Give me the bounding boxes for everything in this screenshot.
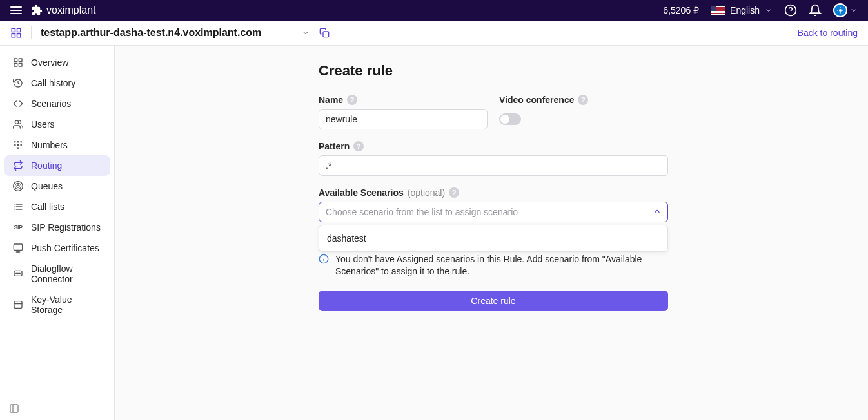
main-content: Create rule Name ? Video conference ?	[115, 46, 868, 420]
svg-point-16	[14, 144, 16, 146]
svg-rect-6	[17, 34, 21, 37]
name-input[interactable]	[319, 109, 488, 129]
history-icon	[13, 78, 23, 88]
svg-rect-10	[14, 63, 17, 66]
videoconf-label: Video conference	[499, 95, 574, 105]
sidebar-item-label: Dialogflow Connector	[31, 263, 101, 284]
sidebar-item-label: Key-Value Storage	[31, 294, 101, 315]
svg-point-20	[17, 185, 19, 187]
push-icon	[13, 243, 23, 253]
svg-point-19	[17, 147, 19, 149]
svg-rect-36	[10, 405, 18, 412]
users-icon	[13, 119, 23, 129]
sidebar-item-key-value-storage[interactable]: Key-Value Storage	[4, 289, 110, 320]
svg-point-2	[839, 9, 842, 12]
create-rule-button[interactable]: Create rule	[319, 291, 668, 311]
help-icon[interactable]	[784, 4, 797, 17]
code-icon	[13, 99, 23, 109]
chevron-down-icon	[765, 6, 773, 14]
chevron-up-icon	[653, 207, 662, 216]
copy-icon[interactable]	[319, 28, 330, 38]
scenarios-placeholder: Choose scenario from the list to assign …	[326, 207, 518, 217]
queues-icon	[13, 181, 23, 191]
sidebar-item-dialogflow-connector[interactable]: Dialogflow Connector	[4, 258, 110, 289]
help-icon[interactable]: ?	[353, 141, 364, 151]
back-to-routing-link[interactable]: Back to routing	[798, 28, 858, 38]
svg-rect-7	[323, 32, 329, 37]
videoconf-toggle[interactable]	[499, 113, 521, 125]
chevron-down-icon[interactable]	[301, 28, 310, 37]
info-icon	[319, 254, 329, 264]
notifications-icon[interactable]	[809, 4, 822, 17]
pattern-label: Pattern	[319, 141, 350, 151]
collapse-sidebar-icon[interactable]	[9, 403, 105, 414]
brand-text: voximplant	[46, 5, 95, 16]
svg-point-21	[15, 183, 21, 189]
svg-rect-29	[14, 244, 22, 250]
svg-rect-4	[17, 28, 21, 32]
flag-icon	[711, 6, 725, 15]
svg-rect-3	[12, 28, 15, 32]
svg-point-17	[17, 144, 19, 146]
scenarios-select[interactable]: Choose scenario from the list to assign …	[319, 202, 668, 222]
sidebar: OverviewCall historyScenariosUsersNumber…	[0, 46, 115, 420]
app-subbar: testapp.arthur-dasha-test.n4.voximplant.…	[0, 21, 868, 46]
sidebar-item-push-certificates[interactable]: Push Certificates	[4, 238, 110, 258]
puzzle-icon	[31, 5, 43, 16]
svg-point-14	[17, 141, 19, 143]
help-icon[interactable]: ?	[578, 95, 588, 105]
sidebar-item-queues[interactable]: Queues	[4, 176, 110, 196]
svg-point-12	[15, 120, 18, 124]
account-balance[interactable]: 6,5206 ₽	[663, 5, 699, 15]
info-text: You don't have Assigned scenarios in thi…	[335, 253, 668, 278]
sidebar-item-call-history[interactable]: Call history	[4, 73, 110, 93]
avatar-icon	[833, 3, 847, 17]
scenarios-dropdown: dashatest	[319, 225, 668, 252]
app-domain: testapp.arthur-dasha-test.n4.voximplant.…	[41, 27, 261, 39]
pattern-input[interactable]	[319, 155, 668, 176]
sidebar-item-label: SIP Registrations	[31, 222, 101, 233]
sidebar-item-routing[interactable]: Routing	[4, 155, 110, 176]
sidebar-item-label: Numbers	[31, 140, 68, 150]
svg-point-13	[14, 141, 16, 143]
topbar: voximplant 6,5206 ₽ English	[0, 0, 868, 21]
svg-rect-5	[12, 34, 15, 37]
svg-rect-11	[19, 63, 22, 66]
help-icon[interactable]: ?	[347, 95, 357, 105]
dropdown-option[interactable]: dashatest	[319, 225, 667, 251]
sidebar-item-label: Call history	[31, 78, 75, 88]
svg-point-15	[20, 141, 22, 143]
sidebar-item-label: Queues	[31, 181, 63, 191]
menu-icon[interactable]	[10, 6, 22, 14]
sidebar-item-label: Routing	[31, 160, 62, 171]
page-title: Create rule	[319, 62, 668, 79]
sidebar-item-label: Overview	[31, 57, 68, 68]
language-selector[interactable]: English	[711, 5, 773, 15]
brand-logo[interactable]: voximplant	[31, 5, 95, 16]
sidebar-item-label: Push Certificates	[31, 243, 99, 253]
kv-icon	[13, 300, 23, 310]
svg-rect-34	[14, 301, 22, 309]
sidebar-item-sip-registrations[interactable]: SIPSIP Registrations	[4, 217, 110, 238]
user-menu[interactable]	[833, 3, 858, 17]
scenarios-optional: (optional)	[408, 187, 445, 198]
name-label: Name	[319, 95, 343, 105]
sidebar-item-overview[interactable]: Overview	[4, 52, 110, 73]
svg-rect-9	[19, 59, 22, 62]
sidebar-item-label: Call lists	[31, 202, 64, 212]
sip-icon: SIP	[13, 222, 23, 233]
chevron-down-icon	[850, 6, 858, 14]
dialogflow-icon	[13, 269, 23, 279]
help-icon[interactable]: ?	[449, 187, 459, 198]
sidebar-item-scenarios[interactable]: Scenarios	[4, 93, 110, 114]
app-switcher-icon[interactable]	[10, 27, 22, 39]
routing-icon	[13, 160, 23, 171]
sidebar-item-label: Scenarios	[31, 99, 71, 109]
sidebar-item-numbers[interactable]: Numbers	[4, 135, 110, 155]
svg-rect-8	[14, 59, 17, 62]
list-icon	[13, 202, 23, 212]
svg-point-18	[20, 144, 22, 146]
sidebar-item-label: Users	[31, 119, 55, 129]
sidebar-item-call-lists[interactable]: Call lists	[4, 196, 110, 217]
sidebar-item-users[interactable]: Users	[4, 114, 110, 135]
